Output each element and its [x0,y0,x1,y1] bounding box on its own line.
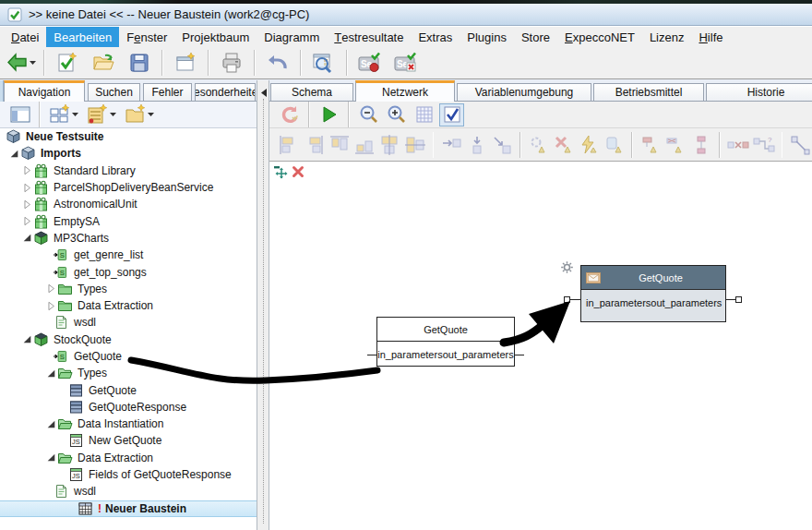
tree-item-get-top-songs[interactable]: Sget_top_songs [0,263,257,280]
tree-item-stockquote[interactable]: StockQuote [0,331,257,348]
align-center-v-button[interactable] [403,133,426,156]
suspend-button[interactable] [603,133,626,156]
tree-item-types[interactable]: Types [0,281,257,297]
align-bottom-button[interactable] [352,133,376,156]
tree-item-data-extraction[interactable]: Data Extraction [0,450,257,466]
run-icon [320,105,339,124]
tree-item-label: wsdl [74,316,96,329]
new-list-menu-button[interactable] [84,102,120,126]
spread-v-button[interactable] [465,133,488,156]
tree-expand-icon[interactable] [20,198,33,211]
tree-item-wsdl[interactable]: wsdl [0,483,257,500]
junction-remove-button[interactable] [726,133,750,156]
ghost-right-pin [515,355,524,355]
gift-icon [33,197,49,211]
ghost-in-port-label[interactable]: in_parameters [377,349,442,360]
align-top-button[interactable] [328,133,351,156]
panel-splitter[interactable] [257,80,269,530]
tab-variablenumgebung[interactable]: Variablenumgebung [457,83,591,101]
tree-collapse-icon[interactable] [44,417,57,430]
tab-navigation[interactable]: Navigation [4,80,85,102]
tree-item-wsdl[interactable]: wsdl [0,314,257,331]
tree-collapse-icon[interactable] [7,147,20,160]
move-tool-icon[interactable] [274,165,288,183]
breakpoint-remove-button[interactable] [664,133,687,156]
tree-expand-icon[interactable] [20,164,33,177]
tree-item-neue-testsuite[interactable]: Neue Testsuite [0,128,257,145]
tab-schema[interactable]: Schema [270,83,353,101]
splitter-handle[interactable] [263,99,265,524]
tree-item-data-extraction[interactable]: Data Extraction [0,297,257,314]
tree-expand-icon[interactable] [44,299,57,312]
tree-item-mp3charts[interactable]: MP3Charts [0,230,257,247]
tree-expand-icon[interactable] [44,283,57,295]
cancel-cross-button[interactable] [552,133,575,156]
block-title: GetQuote [601,272,721,283]
grid-tool-button[interactable] [412,103,436,126]
toolbar-separator [308,102,310,127]
tree-item-getquoteresponse[interactable]: GetQuoteResponse [0,399,257,416]
tree-collapse-icon[interactable] [44,452,57,464]
ghost-out-port-label[interactable]: out_parameters [443,349,514,360]
tree-item-neuer-baustein[interactable]: !Neuer Baustein [0,500,257,517]
tree-item-get-genre-list[interactable]: Sget_genre_list [0,247,257,263]
tree-item-imports[interactable]: Imports [0,145,257,162]
gap-vertical-button[interactable] [689,133,712,156]
tab-netzwerk[interactable]: Netzwerk [355,80,455,102]
gear-icon[interactable] [561,260,573,277]
spread-diag-button[interactable] [490,133,513,156]
breakpoint-set-button[interactable] [639,133,662,156]
tree-item-getquote[interactable]: GetQuote [0,381,257,398]
tree-item-fields-of-getquoteresponse[interactable]: JSFields of GetQuoteResponse [0,466,257,483]
tree-item-types[interactable]: Types [0,365,257,381]
align-center-h-button[interactable] [378,133,401,156]
zoom-in-button[interactable] [384,103,409,126]
out-port-label[interactable]: out_parameters [651,297,722,308]
align-left-button[interactable] [277,133,300,156]
tree-item-standard-library[interactable]: Standard Library [0,163,257,179]
tree-item-label: Fields of GetQuoteResponse [89,468,232,481]
tree-item-data-instantiation[interactable]: Data Instantiation [0,416,257,432]
run-button[interactable] [316,103,341,126]
new-block-menu-button[interactable] [46,102,82,126]
new-list-menu-icon [87,103,117,126]
tree-item-getquote[interactable]: SGetQuote [0,348,257,365]
ghost-block-getquote[interactable]: GetQuote in_parametersout_parameters [376,317,515,367]
tab-historie[interactable]: Historie [706,83,812,101]
tree-expand-icon[interactable] [20,181,33,194]
project-tree[interactable]: Neue TestsuiteImportsStandard LibraryPar… [0,128,257,530]
refresh-button[interactable] [277,103,302,126]
tab-fehler[interactable]: Fehler [143,83,192,101]
tree-item-astronomicalunit[interactable]: AstronomicalUnit [0,196,257,212]
spread-h-button[interactable] [439,133,462,156]
draw-connection-icon [789,134,811,156]
tab-suchen[interactable]: Suchen [88,83,140,101]
new-folder-menu-button[interactable] [122,102,158,126]
in-port-label[interactable]: in_parameters [586,297,651,308]
delete-tool-icon[interactable] [292,165,304,183]
junction-insert-button[interactable]: ? [752,133,776,156]
in-port-connector[interactable] [564,296,570,303]
tree-item-label: Data Extraction [78,452,153,464]
tree-item-new-getquote[interactable]: JSNew GetQuote [0,432,257,449]
toolbar-separator [782,132,783,158]
tree-expand-icon[interactable] [20,215,33,228]
start-gear-button[interactable] [527,133,550,156]
tree-item-parcelshopdeliverybeanservice[interactable]: ParcelShopDeliveryBeanService [0,179,257,196]
tab-besonderheiten[interactable]: Besonderheiten [195,83,256,101]
tree-collapse-icon[interactable] [20,333,33,346]
out-port-connector[interactable] [735,296,742,303]
tree-collapse-icon[interactable] [44,367,57,379]
tree-item-emptysa[interactable]: EmptySA [0,212,257,229]
lightning-button[interactable] [578,133,601,156]
tab-betriebsmittel[interactable]: Betriebsmittel [593,83,704,101]
snap-button[interactable] [439,103,464,126]
draw-connection-button[interactable] [788,133,811,156]
breakpoint-set-icon [639,134,662,156]
align-right-button[interactable] [302,133,325,156]
zoom-out-button[interactable] [356,103,381,126]
network-canvas[interactable] [269,162,812,530]
block-getquote[interactable]: GetQuote in_parameters out_parameters [580,265,726,322]
tree-collapse-icon[interactable] [20,232,33,245]
panel-layout-button[interactable] [7,102,33,126]
